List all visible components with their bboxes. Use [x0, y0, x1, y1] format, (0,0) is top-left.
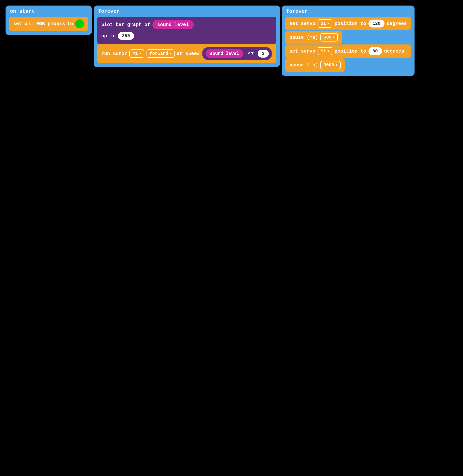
run-motor-block[interactable]: run motor M1 ▼ forward ▼ at speed sound …: [97, 44, 276, 63]
motor-arrow-icon: ▼: [139, 52, 141, 55]
pause2-block[interactable]: pause (ms) 3000 ▼: [285, 58, 345, 72]
servo1-arrow-icon: ▼: [328, 22, 329, 25]
sound-level-pill-1[interactable]: sound level: [152, 20, 194, 29]
plot-bar-row2: up to 255: [101, 32, 272, 40]
set-pixels-text: set all RGB pixels: [13, 21, 65, 27]
forever2-container: forever set servo S1 ▼ position to 120 d…: [282, 6, 415, 76]
on-start-block: on start set all RGB pixels to: [6, 6, 92, 35]
set-servo1-block[interactable]: set servo S1 ▼ position to 120 degrees: [285, 17, 411, 30]
direction-val: forward: [150, 51, 168, 56]
up-to-text: up to: [101, 33, 116, 39]
multiplier-val[interactable]: 3: [258, 50, 269, 58]
at-speed-text: at speed: [177, 51, 200, 56]
sound-level-pill-2[interactable]: sound level: [205, 49, 243, 58]
pause1-arrow-icon: ▼: [333, 36, 335, 39]
plot-value-255[interactable]: 255: [118, 32, 134, 40]
servo1-deg-text: degrees: [387, 21, 407, 26]
set-pixels-to-text: to: [67, 21, 73, 27]
direction-arrow-icon: ▼: [169, 52, 171, 55]
on-start-label: on start: [9, 9, 88, 14]
forever1-inner: plot bar graph of sound level up to 255 …: [97, 17, 276, 63]
servo1-selector[interactable]: S1 ▼: [318, 19, 332, 28]
servo2-pos-val[interactable]: 80: [368, 47, 382, 55]
operator-val: ×: [248, 51, 250, 56]
run-motor-text: run motor: [101, 51, 127, 56]
pause2-arrow-icon: ▼: [336, 64, 338, 67]
forever1-block: forever plot bar graph of sound level up…: [94, 6, 280, 67]
servo2-arrow-icon: ▼: [328, 50, 329, 53]
pause1-val-selector[interactable]: 500 ▼: [320, 33, 338, 42]
forever1-label: forever: [97, 9, 276, 14]
color-circle-green[interactable]: [75, 19, 84, 28]
forever2-block: forever set servo S1 ▼ position to 120 d…: [282, 6, 415, 76]
forever2-label: forever: [285, 9, 411, 14]
pause2-text: pause (ms): [289, 62, 318, 68]
plot-bar-graph-block[interactable]: plot bar graph of sound level up to 255: [97, 17, 276, 44]
pause1-text: pause (ms): [289, 35, 318, 40]
servo2-selector[interactable]: S1 ▼: [318, 47, 332, 55]
pause1-val: 500: [323, 35, 331, 40]
servo1-pos-text: position to: [335, 21, 366, 26]
forever1-container: forever plot bar graph of sound level up…: [94, 6, 280, 67]
direction-selector[interactable]: forward ▼: [147, 49, 175, 58]
servo1-pos-val[interactable]: 120: [368, 19, 384, 27]
plot-bar-row1: plot bar graph of sound level: [101, 20, 272, 29]
set-pixels-block[interactable]: set all RGB pixels to: [9, 17, 88, 31]
motor-selector[interactable]: M1 ▼: [129, 49, 144, 58]
pause2-val-selector[interactable]: 3000 ▼: [320, 61, 340, 69]
forever2-inner: set servo S1 ▼ position to 120 degrees p…: [285, 17, 411, 72]
pause1-block[interactable]: pause (ms) 500 ▼: [285, 31, 342, 44]
pause2-val: 3000: [323, 63, 334, 67]
plot-bar-text: plot bar graph of: [101, 22, 150, 27]
speed-expression: sound level × ▼ 3: [202, 47, 272, 60]
servo1-val: S1: [321, 21, 326, 26]
operator-selector[interactable]: × ▼: [246, 50, 255, 57]
servo2-val: S1: [321, 49, 326, 54]
set-servo1-text: set servo: [289, 21, 315, 26]
on-start-container: on start set all RGB pixels to: [6, 6, 92, 35]
set-servo2-text: set servo: [289, 48, 315, 54]
operator-arrow-icon: ▼: [251, 51, 253, 56]
servo2-pos-text: position to: [335, 48, 366, 54]
motor-val: M1: [133, 51, 138, 56]
set-servo2-block[interactable]: set servo S1 ▼ position to 80 degrees: [285, 45, 411, 58]
servo2-deg-text: degrees: [384, 48, 404, 54]
